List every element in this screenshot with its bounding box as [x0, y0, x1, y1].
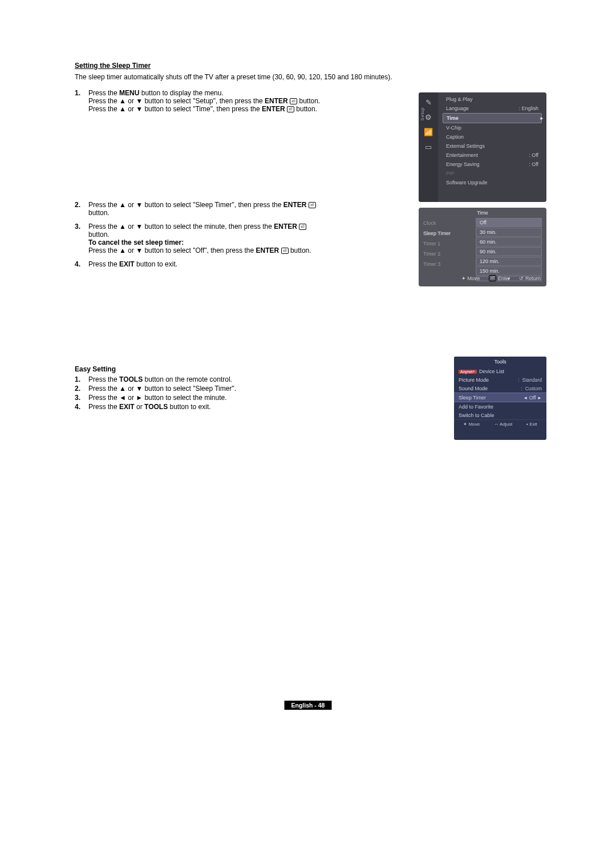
- time-item-clock[interactable]: Clock: [423, 218, 476, 228]
- step-number: 3.: [75, 394, 88, 402]
- step-number: 4.: [75, 260, 88, 268]
- brush-icon[interactable]: ✎: [423, 97, 433, 107]
- hint-exit: ▪ Exit: [526, 422, 537, 427]
- menu-item-entertainment[interactable]: Entertainment: Off: [443, 151, 542, 160]
- step-body: Press the EXIT or TOOLS button to exit.: [88, 403, 433, 411]
- hint-enter: ⏎ Enter: [489, 276, 510, 282]
- updown-icon: ✦: [461, 276, 466, 281]
- tab-label: Setup: [420, 107, 425, 120]
- tools-item-add-favorite[interactable]: Add to Favorite: [454, 402, 546, 411]
- time-item-timer2[interactable]: Timer 2: [423, 249, 476, 259]
- exit-icon: ▪: [526, 422, 528, 427]
- osd-time-menu: Time Clock Sleep Timer Timer 1 Timer 2 T…: [419, 208, 546, 286]
- time-item-sleep-timer[interactable]: Sleep Timer: [423, 228, 476, 238]
- intro-text: The sleep timer automatically shuts off …: [75, 73, 545, 81]
- osd-setup-menu: Setup ✎ ⚙ 📶 ▭ Plug & Play Language: Engl…: [419, 92, 546, 202]
- step-body: Press the ◄ or ► button to select the mi…: [88, 394, 433, 402]
- menu-item-software-upgrade[interactable]: Software Upgrade: [443, 178, 542, 187]
- hint-move: ✦ Move: [461, 276, 480, 282]
- hint-return: ↺ Return: [519, 276, 541, 282]
- hint-move: ✦ Move: [463, 422, 480, 427]
- step-number: 2.: [75, 201, 88, 209]
- step-body: Press the ▲ or ▼ button to select "Sleep…: [88, 201, 339, 217]
- option-150[interactable]: 150 min.: [476, 266, 542, 276]
- menu-item-pip: PIP: [443, 169, 542, 178]
- step-body: Press the ▲ or ▼ button to select the mi…: [88, 223, 339, 254]
- enter-icon: ⏎: [287, 106, 294, 112]
- enter-icon: ⏎: [281, 248, 289, 254]
- menu-item-language[interactable]: Language: English: [443, 104, 542, 113]
- tools-item-device-list[interactable]: Anynet+Device List: [454, 367, 546, 375]
- osd-tools-menu: Tools Anynet+Device List Picture Mode: S…: [454, 357, 546, 440]
- easy-step-3: 3. Press the ◄ or ► button to select the…: [75, 394, 433, 402]
- step-number: 2.: [75, 385, 88, 393]
- step-number: 1.: [75, 89, 88, 97]
- tools-item-switch-cable[interactable]: Switch to Cable: [454, 411, 546, 419]
- enter-icon: ⏎: [299, 224, 306, 230]
- anynet-badge: Anynet+: [459, 370, 477, 374]
- step-body: Press the ▲ or ▼ button to select "Sleep…: [88, 385, 433, 393]
- option-90[interactable]: 90 min.: [476, 247, 542, 256]
- antenna-icon[interactable]: 📶: [423, 127, 433, 137]
- step-body: Press the TOOLS button on the remote con…: [88, 375, 433, 383]
- easy-step-4: 4. Press the EXIT or TOOLS button to exi…: [75, 403, 433, 411]
- time-options: Off 30 min. 60 min. 90 min. 120 min. 150…: [476, 218, 546, 274]
- option-120[interactable]: 120 min.: [476, 257, 542, 266]
- osd-title: Time: [419, 208, 546, 218]
- tools-item-sleep-timer[interactable]: Sleep Timer ◄ Off ►: [454, 393, 546, 402]
- time-item-timer1[interactable]: Timer 1: [423, 238, 476, 249]
- menu-item-energy-saving[interactable]: Energy Saving: Off: [443, 160, 542, 169]
- input-icon[interactable]: ▭: [423, 142, 433, 152]
- menu-item-plug-play[interactable]: Plug & Play: [443, 95, 542, 104]
- enter-icon: ⏎: [290, 98, 297, 104]
- easy-step-2: 2. Press the ▲ or ▼ button to select "Sl…: [75, 385, 433, 393]
- enter-icon: ⏎: [309, 202, 316, 208]
- option-60[interactable]: 60 min.: [476, 237, 542, 246]
- hint-adjust: ↔ Adjust: [494, 422, 512, 427]
- menu-item-vchip[interactable]: V-Chip: [443, 123, 542, 132]
- time-left-list: Clock Sleep Timer Timer 1 Timer 2 Timer …: [419, 218, 476, 274]
- tools-item-picture-mode[interactable]: Picture Mode: Standard: [454, 375, 546, 384]
- menu-item-caption[interactable]: Caption: [443, 132, 542, 142]
- menu-item-external-settings[interactable]: External Settings: [443, 142, 542, 151]
- step-number: 3.: [75, 223, 88, 231]
- page-footer: English - 48: [285, 701, 332, 710]
- section-title: Setting the Sleep Timer: [75, 62, 545, 70]
- tools-item-sound-mode[interactable]: Sound Mode: Custom: [454, 384, 546, 393]
- right-arrow-icon[interactable]: ►: [537, 395, 542, 401]
- updown-icon: ✦: [463, 422, 467, 427]
- option-30[interactable]: 30 min.: [476, 228, 542, 237]
- osd-footer: ✦ Move ↔ Adjust ▪ Exit: [454, 419, 546, 428]
- easy-step-1: 1. Press the TOOLS button on the remote …: [75, 375, 433, 383]
- osd-title: Tools: [454, 357, 546, 367]
- section-easy-setting: Easy Setting 1. Press the TOOLS button o…: [75, 365, 433, 412]
- step-number: 4.: [75, 403, 88, 411]
- step-number: 1.: [75, 375, 88, 383]
- enter-icon: ⏎: [489, 275, 496, 281]
- osd-tab-column: Setup ✎ ⚙ 📶 ▭: [419, 92, 438, 202]
- menu-item-time[interactable]: Time: [443, 113, 542, 123]
- section-title: Easy Setting: [75, 365, 433, 373]
- left-arrow-icon[interactable]: ◄: [523, 395, 528, 401]
- osd-menu-list: Plug & Play Language: English Time V-Chi…: [438, 92, 546, 202]
- return-icon: ↺: [519, 276, 524, 281]
- option-off[interactable]: Off: [476, 218, 542, 227]
- step-body: Press the MENU button to display the men…: [88, 89, 339, 113]
- leftright-icon: ↔: [494, 422, 499, 427]
- time-item-timer3[interactable]: Timer 3: [423, 259, 476, 269]
